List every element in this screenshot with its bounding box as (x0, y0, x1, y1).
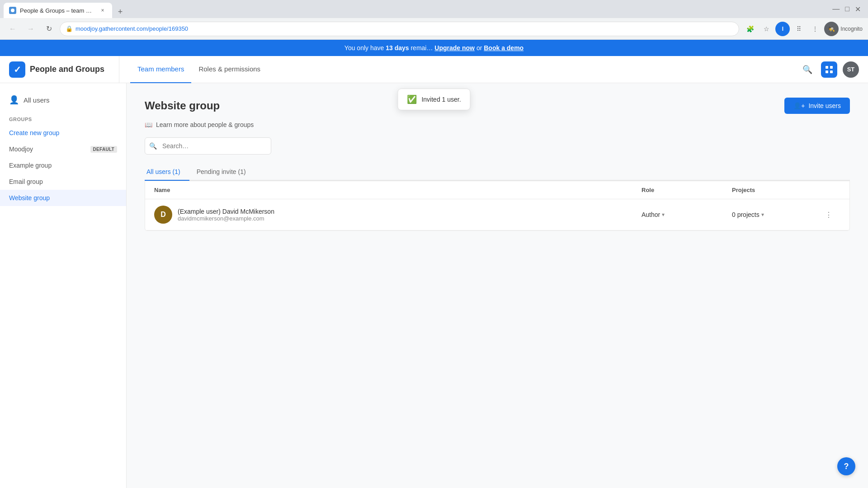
header-actions: 🔍 ST (799, 61, 859, 78)
row-menu-button[interactable]: ⋮ (822, 208, 835, 221)
learn-more-link[interactable]: 📖 Learn more about people & groups (145, 121, 850, 128)
sidebar: 👤 All users GROUPS Create new group Mood… (0, 83, 127, 488)
app-logo[interactable]: ✓ People and Groups (9, 61, 104, 78)
browser-profile-icon[interactable]: I (775, 22, 790, 36)
svg-rect-1 (826, 66, 828, 69)
col-header-role: Role (642, 187, 732, 193)
tab-favicon (9, 7, 16, 14)
sidebar-group-name-moodjoy: Moodjoy (9, 145, 33, 153)
header-apps-button[interactable] (821, 61, 837, 78)
announcement-text-middle: remai… (409, 44, 433, 52)
tab-pending-invite[interactable]: Pending invite (1) (195, 164, 255, 181)
col-header-projects: Projects (732, 187, 822, 193)
sidebar-item-website-group[interactable]: Website group (0, 190, 126, 206)
active-tab[interactable]: People & Groups – team memb… × (4, 3, 112, 18)
toast-success-icon: ✅ (407, 94, 417, 104)
bookmark-icon[interactable]: ☆ (759, 22, 774, 36)
sidebar-item-moodjoy[interactable]: Moodjoy DEFAULT (0, 141, 126, 157)
browser-nav: ← → ↻ 🔒 moodjoy.gathercontent.com/people… (0, 18, 868, 40)
learn-more-label: Learn more about people & groups (156, 121, 254, 128)
user-cell: D (Example user) David McMikerson davidm… (154, 206, 642, 224)
back-button[interactable]: ← (5, 22, 20, 36)
reload-button[interactable]: ↻ (42, 22, 56, 36)
nav-roles-permissions[interactable]: Roles & permissions (191, 56, 268, 83)
extensions-icon[interactable]: 🧩 (743, 22, 757, 36)
book-icon: 📖 (145, 121, 152, 128)
sidebar-item-example-group[interactable]: Example group (0, 157, 126, 174)
role-cell[interactable]: Author ▾ (642, 211, 732, 218)
forward-button[interactable]: → (24, 22, 38, 36)
announcement-text-before: You only have (344, 44, 386, 52)
page-title: Website group (145, 99, 220, 112)
header-nav: Team members Roles & permissions (119, 56, 268, 83)
table-row: D (Example user) David McMikerson davidm… (145, 199, 849, 230)
projects-value: 0 projects (732, 211, 760, 218)
menu-icon[interactable]: ⋮ (808, 22, 822, 36)
role-value: Author (642, 211, 660, 218)
app-wrapper: You only have 13 days remai… Upgrade now… (0, 40, 868, 488)
projects-chevron-icon: ▾ (761, 211, 764, 218)
users-table: Name Role Projects D (Example user) Davi… (145, 181, 850, 231)
user-avatar-button[interactable]: ST (843, 61, 859, 78)
svg-point-0 (11, 9, 14, 12)
browser-titlebar: People & Groups – team memb… × + — □ ✕ (0, 0, 868, 18)
content-area: Website group 👤+ Invite users 📖 Learn mo… (127, 83, 868, 488)
invite-users-button[interactable]: 👤+ Invite users (784, 98, 850, 114)
role-chevron-icon: ▾ (662, 211, 665, 218)
avatar: D (154, 206, 172, 224)
grid-apps-icon[interactable]: ⠿ (792, 22, 806, 36)
tab-all-users[interactable]: All users (1) (145, 164, 189, 181)
toast-notification: ✅ Invited 1 user. (397, 89, 470, 110)
invite-icon: 👤+ (793, 102, 805, 109)
search-icon: 🔍 (149, 142, 157, 150)
svg-rect-2 (830, 66, 833, 69)
tab-bar: People & Groups – team memb… × + (4, 0, 127, 18)
col-header-name: Name (154, 187, 642, 193)
announcement-days: 13 days (386, 44, 409, 52)
sidebar-item-email-group[interactable]: Email group (0, 174, 126, 190)
logo-checkmark: ✓ (14, 64, 21, 75)
help-button[interactable]: ? (837, 457, 855, 475)
nav-team-members[interactable]: Team members (130, 56, 191, 83)
svg-rect-4 (830, 70, 833, 73)
upgrade-link[interactable]: Upgrade now (434, 44, 475, 52)
search-container: 🔍 (145, 137, 271, 155)
svg-rect-3 (826, 70, 828, 73)
sidebar-group-name-example: Example group (9, 162, 52, 169)
sidebar-badge-default: DEFAULT (90, 146, 117, 153)
logo-icon: ✓ (9, 61, 25, 78)
create-new-group-button[interactable]: Create new group (0, 125, 126, 141)
header-search-button[interactable]: 🔍 (799, 61, 816, 78)
demo-link[interactable]: Book a demo (484, 44, 524, 52)
all-users-label: All users (24, 96, 50, 104)
browser-nav-actions: 🧩 ☆ I ⠿ ⋮ 🕵 Incognito (743, 22, 863, 36)
user-email: davidmcmikerson@example.com (178, 215, 274, 222)
announcement-banner: You only have 13 days remai… Upgrade now… (0, 40, 868, 56)
projects-cell[interactable]: 0 projects ▾ (732, 211, 822, 218)
address-text: moodjoy.gathercontent.com/people/169350 (75, 25, 733, 32)
sidebar-all-users[interactable]: 👤 All users (0, 90, 126, 109)
lock-icon: 🔒 (66, 25, 73, 32)
address-bar[interactable]: 🔒 moodjoy.gathercontent.com/people/16935… (60, 22, 739, 36)
window-minimize-button[interactable]: — (832, 5, 840, 13)
sidebar-group-name-website: Website group (9, 194, 50, 202)
sidebar-group-name-email: Email group (9, 178, 43, 185)
main-container: 👤 All users GROUPS Create new group Mood… (0, 83, 868, 488)
table-header: Name Role Projects (145, 181, 849, 199)
content-header: Website group 👤+ Invite users (145, 98, 850, 114)
tab-title: People & Groups – team memb… (20, 7, 95, 14)
tabs: All users (1) Pending invite (1) (145, 164, 850, 181)
groups-section-label: GROUPS (0, 109, 126, 125)
tab-close-button[interactable]: × (99, 6, 107, 14)
window-close-button[interactable]: ✕ (855, 5, 861, 14)
app-header: ✓ People and Groups Team members Roles &… (0, 56, 868, 83)
incognito-label: Incognito (840, 26, 863, 32)
user-name: (Example user) David McMikerson (178, 208, 274, 215)
search-input[interactable] (145, 137, 271, 155)
toast-message: Invited 1 user. (421, 96, 461, 103)
col-header-actions (822, 187, 840, 193)
window-maximize-button[interactable]: □ (845, 5, 849, 13)
new-tab-button[interactable]: + (114, 5, 127, 18)
user-info: (Example user) David McMikerson davidmcm… (178, 208, 274, 222)
incognito-icon: 🕵 (824, 22, 839, 36)
